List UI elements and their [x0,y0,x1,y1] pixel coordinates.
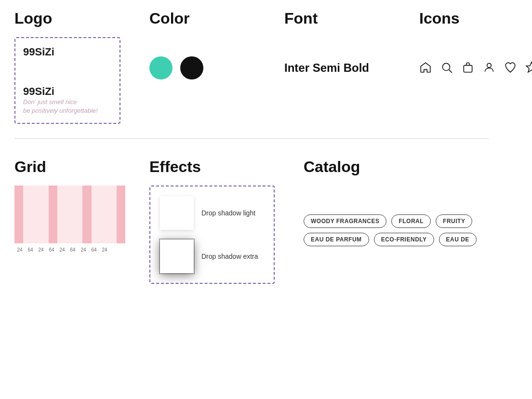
effect-label-light: Drop shadow light [201,209,255,217]
color-swatch-teal [149,56,173,80]
icons-section: Icons [419,10,532,124]
grid-num-5: 24 [57,247,67,253]
catalog-title: Catalog [304,158,518,176]
svg-line-1 [449,70,452,73]
shadow-box-light [160,196,194,230]
grid-num-3: 24 [36,247,46,253]
grid-title: Grid [14,158,149,176]
logo-title: Logo [14,10,149,27]
svg-marker-4 [526,62,532,72]
color-swatches [149,56,284,80]
house-icon [419,61,432,74]
bag-icon [462,61,474,74]
section-divider [14,138,489,139]
shadow-box-extra [160,239,194,273]
svg-point-0 [442,63,450,70]
font-section: Font Inter Semi Bold [284,10,419,124]
grid-num-6: 64 [67,247,78,253]
grid-num-8: 64 [89,247,99,253]
logo-section: Logo 99SiZi 99SiZi Don' just smell nice … [14,10,149,124]
effects-box: Drop shadow light Drop shadow extra [149,186,275,284]
logo-box: 99SiZi 99SiZi Don' just smell nice be po… [14,37,120,124]
catalog-tags-row1: WOODY FRAGRANCES FLORAL FRUITY [304,214,518,228]
catalog-section: Catalog WOODY FRAGRANCES FLORAL FRUITY E… [304,158,518,284]
svg-point-3 [487,63,492,67]
grid-visual [14,186,125,243]
font-title: Font [284,10,419,27]
catalog-tag-floral[interactable]: FLORAL [391,214,431,228]
effects-section: Effects Drop shadow light Drop shadow ex… [149,158,304,284]
logo-name-top: 99SiZi [23,46,112,58]
effect-item-extra: Drop shadow extra [160,239,264,273]
search-icon [440,61,453,74]
catalog-tag-fruity[interactable]: FRUITY [436,214,472,228]
effect-item-light: Drop shadow light [160,196,264,230]
catalog-tag-eau-de-parfum[interactable]: EAU DE PARFUM [304,233,369,246]
grid-num-1: 24 [14,247,25,253]
effect-label-extra: Drop shadow extra [201,253,258,260]
svg-rect-2 [464,66,472,72]
catalog-tag-eau-de[interactable]: EAU DE [439,233,477,246]
icons-row [419,61,532,74]
grid-section: Grid 24 64 24 64 24 [14,158,149,284]
catalog-tags-row2: EAU DE PARFUM ECO-FRIENDLY EAU DE [304,233,518,246]
grid-numbers: 24 64 24 64 24 64 24 64 24 [14,247,149,253]
font-name: Inter Semi Bold [284,61,419,75]
grid-num-4: 64 [46,247,57,253]
catalog-tag-eco-friendly[interactable]: ECO-FRIENDLY [374,233,434,246]
logo-name-bottom: 99SiZi [23,85,112,98]
person-icon [483,61,495,74]
color-swatch-black [180,56,203,80]
star-icon [525,61,532,74]
color-title: Color [149,10,284,27]
grid-num-9: 24 [99,247,110,253]
logo-tagline: Don' just smell nice be positively unfor… [23,98,112,115]
catalog-tag-woody[interactable]: WOODY FRAGRANCES [304,214,386,228]
heart-icon [504,61,517,74]
color-section: Color [149,10,284,124]
grid-num-7: 24 [78,247,89,253]
grid-num-2: 64 [25,247,36,253]
effects-title: Effects [149,158,304,176]
icons-title: Icons [419,10,532,27]
